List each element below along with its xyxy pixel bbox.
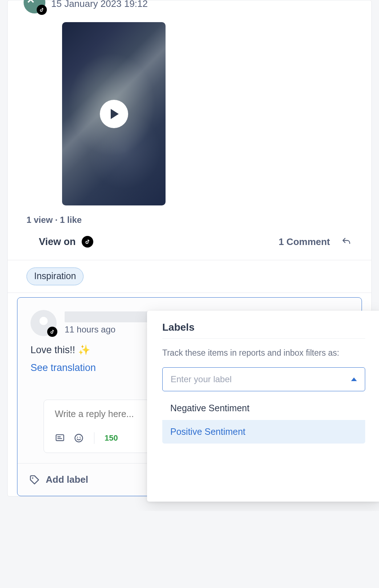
video-thumbnail-wrap (8, 13, 371, 211)
char-count: 150 (105, 433, 118, 443)
view-on-link[interactable]: View on (39, 236, 93, 248)
saved-replies-icon[interactable] (55, 433, 65, 443)
label-chip-inspiration[interactable]: Inspiration (27, 268, 83, 285)
labels-popover-description: Track these items in reports and inbox f… (162, 347, 365, 359)
tiktok-icon (37, 5, 47, 15)
svg-point-1 (75, 434, 83, 442)
tiktok-icon (82, 236, 93, 248)
post-card: ✕ 15 January 2023 19:12 1 view · 1 like … (7, 0, 372, 497)
play-icon[interactable] (100, 100, 128, 128)
video-thumbnail[interactable] (62, 22, 166, 205)
post-stats: 1 view · 1 like (8, 211, 371, 236)
svg-point-2 (77, 437, 78, 438)
label-combobox[interactable]: Enter your label (162, 367, 365, 391)
comment-avatar (30, 310, 57, 336)
comment-username-redacted (65, 311, 148, 322)
reply-icon[interactable] (340, 237, 352, 247)
labels-popover-title: Labels (162, 322, 365, 338)
label-option-negative[interactable]: Negative Sentiment (162, 396, 365, 420)
svg-point-5 (32, 477, 33, 479)
tiktok-icon (47, 327, 57, 337)
post-timestamp: 15 January 2023 19:12 (51, 0, 148, 9)
labels-popover: Labels Track these items in reports and … (147, 311, 379, 502)
comment-card: 11 hours ago Love this!! ✨ See translati… (17, 297, 362, 496)
emoji-picker-icon[interactable] (74, 433, 84, 443)
post-avatar: ✕ (24, 0, 45, 13)
svg-point-3 (80, 437, 81, 438)
comment-time: 11 hours ago (65, 324, 148, 335)
avatar-glyph: ✕ (27, 0, 35, 6)
svg-rect-0 (56, 435, 64, 441)
post-header: ✕ 15 January 2023 19:12 (8, 0, 371, 13)
labels-bar: Inspiration (8, 260, 371, 293)
caret-up-icon (351, 377, 357, 381)
sparkles-emoji: ✨ (78, 344, 90, 355)
tag-icon (29, 474, 40, 485)
post-actions: View on 1 Comment (8, 236, 371, 260)
comment-count[interactable]: 1 Comment (278, 236, 330, 248)
view-on-label: View on (39, 236, 76, 248)
label-option-positive[interactable]: Positive Sentiment (162, 420, 365, 444)
label-options: Negative Sentiment Positive Sentiment (162, 396, 365, 444)
see-translation-link[interactable]: See translation (30, 362, 96, 373)
label-input-placeholder: Enter your label (171, 374, 232, 384)
add-label-text: Add label (46, 474, 88, 485)
